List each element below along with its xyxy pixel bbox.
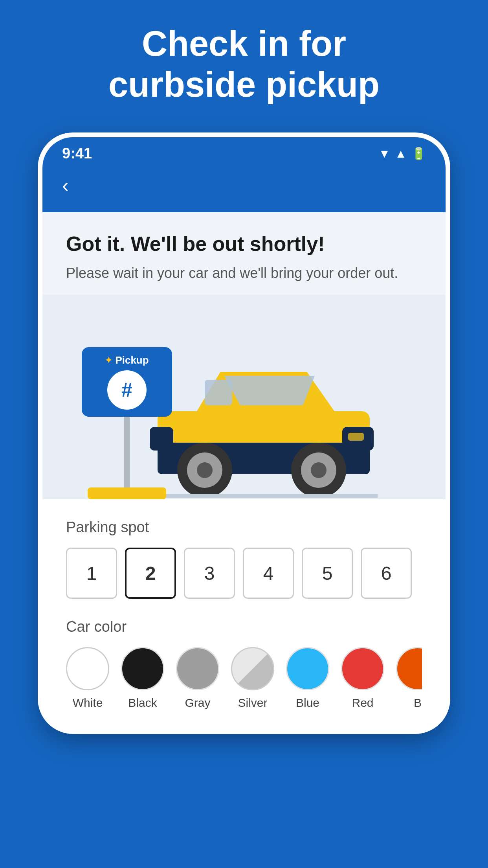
svg-rect-4: [348, 433, 364, 441]
nav-bar: ‹: [42, 166, 446, 212]
svg-point-11: [311, 462, 327, 478]
color-option-white[interactable]: White: [66, 647, 109, 710]
svg-point-8: [197, 462, 213, 478]
color-label-gray: Gray: [185, 696, 210, 710]
color-circle-silver: [231, 647, 274, 690]
status-bar: 9:41 ▼ ▲ 🔋: [42, 137, 446, 166]
color-option-silver[interactable]: Silver: [231, 647, 274, 710]
color-label-silver: Silver: [238, 696, 267, 710]
color-circle-blue: [286, 647, 329, 690]
parking-spot-6[interactable]: 6: [361, 548, 412, 599]
color-circle-red: [341, 647, 384, 690]
parking-spot-1[interactable]: 1: [66, 548, 117, 599]
signal-icon: ▲: [395, 147, 407, 160]
color-option-red[interactable]: Red: [341, 647, 384, 710]
color-label-white: White: [73, 696, 103, 710]
svg-rect-1: [205, 380, 232, 405]
walmart-star-icon: ✦: [105, 355, 112, 366]
content-area: Got it. We'll be out shortly! Please wai…: [42, 212, 446, 729]
color-label-red: Red: [352, 696, 373, 710]
status-icons: ▼ ▲ 🔋: [379, 147, 426, 160]
white-section: Parking spot 123456 Car color WhiteBlack…: [42, 499, 446, 729]
color-circle-b: [396, 647, 422, 690]
parking-spot-4[interactable]: 4: [243, 548, 294, 599]
parking-spot-2[interactable]: 2: [125, 548, 176, 599]
color-label-b: B: [414, 696, 422, 710]
parking-spot-label: Parking spot: [66, 519, 422, 536]
sign-header: ✦ Pickup: [105, 354, 149, 366]
color-circle-gray: [176, 647, 219, 690]
confirmation-section: Got it. We'll be out shortly! Please wai…: [42, 212, 446, 295]
color-option-b[interactable]: B: [396, 647, 422, 710]
color-option-blue[interactable]: Blue: [286, 647, 329, 710]
color-label-blue: Blue: [296, 696, 319, 710]
sign-board: ✦ Pickup #: [82, 347, 172, 417]
back-button[interactable]: ‹: [58, 170, 73, 200]
sign-base: [88, 487, 166, 499]
parking-spot-row: 123456: [66, 548, 422, 599]
parking-spot-3[interactable]: 3: [184, 548, 235, 599]
sign-pole: [124, 417, 130, 487]
color-label-black: Black: [128, 696, 157, 710]
car-color-label: Car color: [66, 618, 422, 635]
parking-spot-5[interactable]: 5: [302, 548, 353, 599]
wifi-icon: ▼: [379, 147, 391, 160]
parking-sign: ✦ Pickup #: [82, 347, 172, 499]
color-circle-white: [66, 647, 109, 690]
phone-mockup: 9:41 ▼ ▲ 🔋 ‹ Got it. We'll be out shortl…: [38, 132, 450, 734]
color-option-gray[interactable]: Gray: [176, 647, 219, 710]
confirmation-title: Got it. We'll be out shortly!: [66, 232, 422, 256]
page-title: Check in for curbside pickup: [77, 24, 411, 105]
confirmation-subtitle: Please wait in your car and we'll bring …: [66, 263, 422, 283]
sign-circle: #: [107, 370, 147, 410]
car-color-row: WhiteBlackGraySilverBlueRedB: [66, 647, 422, 710]
battery-icon: 🔋: [411, 147, 426, 160]
illustration-area: ✦ Pickup #: [42, 295, 446, 499]
color-circle-black: [121, 647, 164, 690]
status-time: 9:41: [62, 145, 92, 162]
color-option-black[interactable]: Black: [121, 647, 164, 710]
